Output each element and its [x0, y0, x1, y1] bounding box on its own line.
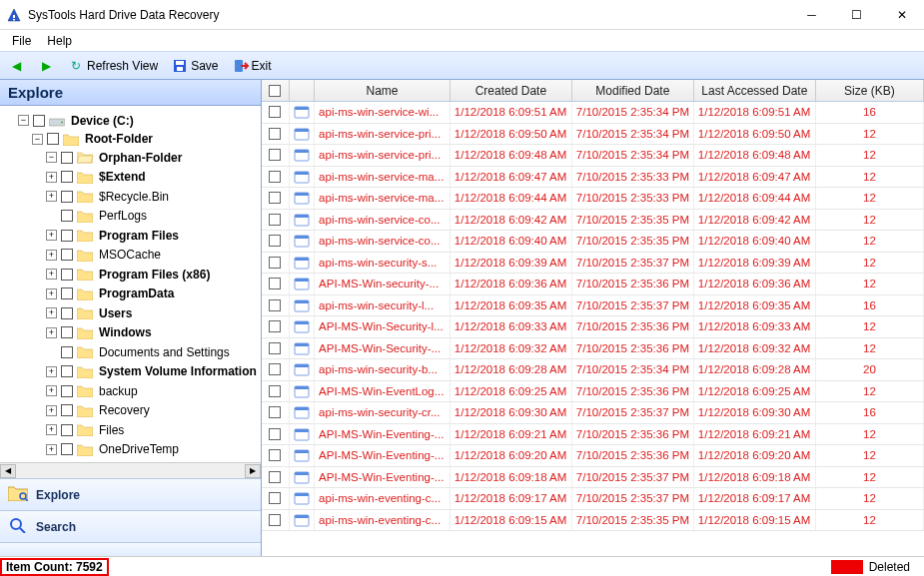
- table-row[interactable]: api-ms-win-eventing-c...1/12/2018 6:09:1…: [262, 510, 924, 532]
- checkbox[interactable]: [61, 443, 73, 455]
- tree-item[interactable]: +$Extend: [46, 169, 148, 185]
- tree-item[interactable]: +ProgramData: [46, 286, 176, 301]
- tree-item[interactable]: +Program Files (x86): [46, 267, 212, 283]
- checkbox[interactable]: [61, 346, 73, 358]
- row-checkbox[interactable]: [262, 145, 290, 166]
- menu-help[interactable]: Help: [39, 32, 80, 50]
- expand-icon[interactable]: +: [46, 444, 57, 455]
- table-row[interactable]: API-MS-Win-security-...1/12/2018 6:09:36…: [262, 274, 924, 295]
- table-row[interactable]: api-ms-win-service-co...1/12/2018 6:09:4…: [262, 210, 924, 232]
- checkbox[interactable]: [61, 404, 73, 416]
- tree-item[interactable]: +Windows: [46, 324, 154, 340]
- tree-h-scrollbar[interactable]: ◀ ▶: [0, 462, 261, 478]
- nav-back-button[interactable]: ◀: [4, 56, 28, 76]
- col-checkbox[interactable]: [262, 80, 290, 101]
- table-row[interactable]: API-MS-Win-Eventing-...1/12/2018 6:09:20…: [262, 445, 924, 467]
- row-checkbox[interactable]: [262, 102, 290, 123]
- checkbox[interactable]: [61, 424, 73, 436]
- expand-icon[interactable]: −: [46, 152, 57, 163]
- nav-search[interactable]: Search: [0, 510, 261, 542]
- expand-icon[interactable]: +: [46, 191, 57, 202]
- expand-icon[interactable]: +: [46, 230, 57, 241]
- folder-tree[interactable]: − Device (C:) − Root-Fol: [0, 106, 261, 462]
- row-checkbox[interactable]: [262, 445, 290, 466]
- table-row[interactable]: api-ms-win-service-pri...1/12/2018 6:09:…: [262, 145, 924, 167]
- menu-file[interactable]: File: [4, 32, 39, 50]
- maximize-button[interactable]: ☐: [834, 0, 879, 30]
- checkbox[interactable]: [61, 191, 73, 203]
- expand-icon[interactable]: −: [18, 115, 29, 126]
- checkbox[interactable]: [61, 210, 73, 222]
- tree-item[interactable]: Documents and Settings: [46, 344, 232, 360]
- row-checkbox[interactable]: [262, 253, 290, 274]
- tree-item[interactable]: +backup: [46, 383, 140, 399]
- tree-item[interactable]: +Recovery: [46, 402, 152, 418]
- expand-icon[interactable]: +: [46, 385, 57, 396]
- checkbox[interactable]: [61, 307, 73, 319]
- checkbox[interactable]: [61, 269, 73, 281]
- expand-icon[interactable]: +: [46, 327, 57, 338]
- row-checkbox[interactable]: [262, 231, 290, 252]
- row-checkbox[interactable]: [262, 210, 290, 231]
- table-row[interactable]: api-ms-win-eventing-c...1/12/2018 6:09:1…: [262, 488, 924, 510]
- row-checkbox[interactable]: [262, 488, 290, 509]
- checkbox[interactable]: [61, 288, 73, 299]
- table-row[interactable]: api-ms-win-service-ma...1/12/2018 6:09:4…: [262, 188, 924, 210]
- tree-item[interactable]: +Files: [46, 422, 126, 438]
- row-checkbox[interactable]: [262, 274, 290, 294]
- tree-item[interactable]: −Orphan-Folder: [46, 150, 184, 166]
- nav-explore[interactable]: Explore: [0, 478, 261, 510]
- col-modified[interactable]: Modified Date: [572, 80, 694, 101]
- row-checkbox[interactable]: [262, 316, 290, 337]
- table-row[interactable]: api-ms-win-security-l...1/12/2018 6:09:3…: [262, 295, 924, 317]
- row-checkbox[interactable]: [262, 424, 290, 445]
- row-checkbox[interactable]: [262, 467, 290, 488]
- table-row[interactable]: API-MS-Win-EventLog...1/12/2018 6:09:25 …: [262, 381, 924, 403]
- col-name[interactable]: Name: [315, 80, 451, 101]
- row-checkbox[interactable]: [262, 167, 290, 188]
- row-checkbox[interactable]: [262, 381, 290, 402]
- checkbox[interactable]: [47, 133, 59, 145]
- expand-icon[interactable]: +: [46, 172, 57, 183]
- tree-device[interactable]: − Device (C:): [18, 113, 136, 129]
- close-button[interactable]: ✕: [879, 0, 924, 30]
- table-row[interactable]: API-MS-Win-Security-...1/12/2018 6:09:32…: [262, 338, 924, 360]
- scroll-left-icon[interactable]: ◀: [0, 464, 16, 478]
- table-row[interactable]: api-ms-win-security-s...1/12/2018 6:09:3…: [262, 253, 924, 275]
- col-size[interactable]: Size (KB): [816, 80, 924, 101]
- checkbox[interactable]: [269, 85, 281, 97]
- table-row[interactable]: api-ms-win-service-ma...1/12/2018 6:09:4…: [262, 167, 924, 189]
- tree-item[interactable]: +OneDriveTemp: [46, 441, 181, 457]
- nav-forward-button[interactable]: ▶: [34, 56, 58, 76]
- checkbox[interactable]: [61, 249, 73, 261]
- tree-item[interactable]: +SysTools PDF Toolbox: [46, 461, 230, 463]
- row-checkbox[interactable]: [262, 402, 290, 423]
- row-checkbox[interactable]: [262, 338, 290, 359]
- tree-item[interactable]: PerfLogs: [46, 208, 149, 224]
- expand-icon[interactable]: +: [46, 288, 57, 299]
- checkbox[interactable]: [61, 365, 73, 377]
- scroll-track[interactable]: [16, 464, 245, 478]
- table-row[interactable]: api-ms-win-security-cr...1/12/2018 6:09:…: [262, 402, 924, 424]
- save-button[interactable]: Save: [168, 56, 222, 76]
- col-created[interactable]: Created Date: [451, 80, 572, 101]
- row-checkbox[interactable]: [262, 510, 290, 531]
- checkbox[interactable]: [61, 171, 73, 183]
- row-checkbox[interactable]: [262, 295, 290, 316]
- minimize-button[interactable]: ─: [789, 0, 834, 30]
- checkbox[interactable]: [61, 152, 73, 164]
- exit-button[interactable]: Exit: [229, 56, 276, 76]
- tree-item[interactable]: +System Volume Information: [46, 363, 259, 379]
- table-row[interactable]: api-ms-win-service-co...1/12/2018 6:09:4…: [262, 231, 924, 253]
- row-checkbox[interactable]: [262, 188, 290, 209]
- table-row[interactable]: API-MS-Win-Security-l...1/12/2018 6:09:3…: [262, 316, 924, 338]
- table-row[interactable]: api-ms-win-security-b...1/12/2018 6:09:2…: [262, 359, 924, 381]
- checkbox[interactable]: [61, 326, 73, 338]
- checkbox[interactable]: [33, 115, 45, 127]
- expand-icon[interactable]: +: [46, 307, 57, 318]
- expand-icon[interactable]: −: [32, 134, 43, 145]
- expand-icon[interactable]: [46, 346, 57, 357]
- tree-item[interactable]: +Program Files: [46, 228, 181, 244]
- file-list[interactable]: api-ms-win-service-wi...1/12/2018 6:09:5…: [262, 102, 924, 556]
- tree-root-folder[interactable]: − Root-Folder: [32, 131, 155, 147]
